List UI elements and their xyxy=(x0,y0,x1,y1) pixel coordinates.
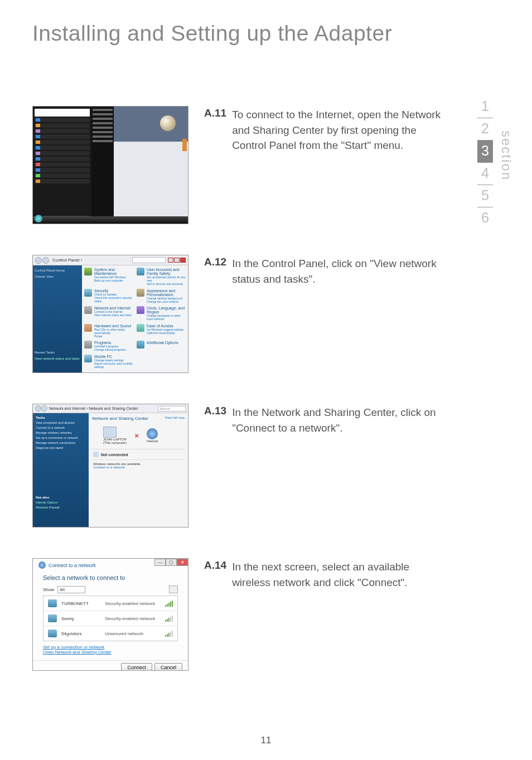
nsc-seealso-header: See also xyxy=(36,496,86,499)
screenshot-start-menu xyxy=(32,106,188,224)
nsc-task-link[interactable]: Manage wireless networks xyxy=(36,431,86,434)
conn-link-open-nsc[interactable]: Open Network and Sharing Center xyxy=(43,650,178,655)
section-4[interactable]: 4 xyxy=(477,163,493,185)
network-security: Unsecured network xyxy=(105,631,161,636)
step-a11-row: A.11 To connect to the Internet, open th… xyxy=(32,106,445,224)
nsc-x-icon: ✕ xyxy=(134,433,139,439)
network-icon xyxy=(48,614,57,622)
network-item[interactable]: 54gvistors Unsecured network xyxy=(43,626,177,641)
network-icon xyxy=(48,599,57,607)
network-name: TURBONETT xyxy=(61,601,100,606)
nsc-search[interactable]: Search xyxy=(158,406,186,412)
network-name: 54gvistors xyxy=(61,631,100,636)
network-name: Sunny xyxy=(61,616,100,621)
step-a12-row: Control Panel › Control Panel Home Class… xyxy=(32,255,445,373)
step-a14-number: A.14 xyxy=(204,559,226,572)
signal-icon xyxy=(165,615,173,622)
cp-link[interactable]: Change startup programs xyxy=(94,348,126,351)
network-security: Security-enabled network xyxy=(105,616,161,621)
nsc-main-header: Network and Sharing Center xyxy=(92,416,148,421)
refresh-button[interactable] xyxy=(169,585,178,593)
wifi-icon xyxy=(93,452,99,457)
cp-link[interactable]: Back up your computer xyxy=(94,279,133,282)
cp-sidebar-home[interactable]: Control Panel Home xyxy=(35,269,80,272)
cp-link[interactable]: Check this computer's security status xyxy=(94,296,133,303)
cp-sidebar-classic[interactable]: Classic View xyxy=(35,275,80,278)
nsc-task-link[interactable]: Connect to a network xyxy=(36,426,86,429)
nsc-task-link[interactable]: View computers and devices xyxy=(36,421,86,424)
step-a11-text: To connect to the Internet, open the Net… xyxy=(232,107,445,153)
cp-cat-additional[interactable]: Additional Options xyxy=(147,341,178,345)
step-a12-number: A.12 xyxy=(204,256,226,268)
cp-sidebar-recent: Recent Tasks xyxy=(35,351,80,354)
screenshot-connect-network: —▢✕ Connect to a network Select a networ… xyxy=(32,558,188,671)
signal-icon xyxy=(165,630,173,637)
nsc-task-link[interactable]: Set up a connection or network xyxy=(36,436,86,439)
section-2[interactable]: 2 xyxy=(477,118,493,141)
section-nav: 1 2 3 4 5 6 section xyxy=(477,96,514,229)
step-a14-row: —▢✕ Connect to a network Select a networ… xyxy=(32,558,445,671)
nsc-footer-link[interactable]: Internet Options xyxy=(36,501,86,504)
cp-cat-ease[interactable]: Ease of Access xyxy=(147,324,183,328)
conn-window-title: Connect to a network xyxy=(49,563,96,568)
cp-cat-programs[interactable]: Programs xyxy=(94,341,126,345)
section-3[interactable]: 3 xyxy=(477,141,493,163)
cp-link[interactable]: Set up parental controls for any user xyxy=(147,275,186,282)
nsc-pc-sub: (This computer) xyxy=(103,441,127,444)
cp-link[interactable]: Printer xyxy=(94,335,133,338)
cp-cat-appearance[interactable]: Appearance and Personalization xyxy=(147,289,186,297)
section-6[interactable]: 6 xyxy=(477,207,493,229)
cp-cat-network[interactable]: Network and Internet xyxy=(94,306,132,310)
step-a11-number: A.11 xyxy=(204,107,226,119)
screenshot-control-panel: Control Panel › Control Panel Home Class… xyxy=(32,255,188,373)
section-1[interactable]: 1 xyxy=(477,96,493,118)
nsc-tasks-header: Tasks xyxy=(36,416,86,419)
section-label: section xyxy=(499,96,514,181)
network-item[interactable]: Sunny Security-enabled network xyxy=(43,611,177,626)
cp-cat-hardware[interactable]: Hardware and Sound xyxy=(94,324,133,328)
network-list: TURBONETT Security-enabled network Sunny… xyxy=(43,596,178,641)
network-security: Security-enabled network xyxy=(105,601,161,606)
content: A.11 To connect to the Internet, open th… xyxy=(32,106,445,701)
nsc-connect-link[interactable]: Connect to a network xyxy=(93,466,125,469)
step-a13-row: Network and Internet › Network and Shari… xyxy=(32,404,445,527)
cp-link[interactable]: Change the color scheme xyxy=(147,300,186,303)
conn-show-label: Show xyxy=(43,587,54,592)
cp-cat-security[interactable]: Security xyxy=(94,289,133,293)
network-item[interactable]: TURBONETT Security-enabled network xyxy=(43,596,177,611)
step-a13-text: In the Network and Sharing Center, click… xyxy=(232,405,445,435)
page-number: 11 xyxy=(0,735,532,746)
conn-link-setup[interactable]: Set up a connection or network xyxy=(43,645,178,650)
cp-link[interactable]: Optimize visual display xyxy=(147,331,183,335)
cp-cat-clock[interactable]: Clock, Language, and Region xyxy=(147,306,186,314)
cp-cat-system[interactable]: System and Maintenance xyxy=(94,268,133,275)
cp-link[interactable]: Add or remove user accounts xyxy=(147,282,186,285)
window-buttons[interactable]: —▢✕ xyxy=(154,559,188,566)
cp-breadcrumb: Control Panel › xyxy=(52,258,82,263)
step-a14-text: In the next screen, select an available … xyxy=(232,559,445,590)
cp-sidebar-recent-link[interactable]: View network status and tasks xyxy=(35,357,80,360)
conn-show-dropdown[interactable]: All xyxy=(57,586,85,593)
nsc-inet-label: Internet xyxy=(147,439,158,443)
section-5[interactable]: 5 xyxy=(477,185,493,207)
cancel-button[interactable]: Cancel xyxy=(154,663,182,670)
nsc-breadcrumb: Network and Internet › Network and Shari… xyxy=(49,406,138,410)
nsc-view-map[interactable]: View full map xyxy=(165,416,185,424)
connect-button[interactable]: Connect xyxy=(121,663,152,670)
cp-link[interactable]: View network status and tasks xyxy=(94,313,132,317)
nsc-not-connected: Not connected xyxy=(101,453,128,457)
signal-icon xyxy=(165,600,173,607)
globe-icon xyxy=(38,561,46,569)
cp-link[interactable]: Change keyboards or other input methods xyxy=(147,314,186,321)
nsc-task-link[interactable]: Manage network connections xyxy=(36,441,86,444)
cp-cat-users[interactable]: User Accounts and Family Safety xyxy=(147,268,186,275)
step-a13-number: A.13 xyxy=(204,405,226,417)
screenshot-network-sharing-center: Network and Internet › Network and Shari… xyxy=(32,404,188,527)
cp-link[interactable]: Adjust commonly used mobility settings xyxy=(94,362,133,369)
page-title: Installing and Setting up the Adapter xyxy=(32,21,392,46)
nsc-footer-link[interactable]: Windows Firewall xyxy=(36,506,86,509)
cp-cat-mobile[interactable]: Mobile PC xyxy=(94,355,133,359)
step-a12-text: In the Control Panel, click on "View net… xyxy=(232,256,445,287)
nsc-task-link[interactable]: Diagnose and repair xyxy=(36,446,86,449)
cp-link[interactable]: Play CDs or other media automatically xyxy=(94,328,133,335)
